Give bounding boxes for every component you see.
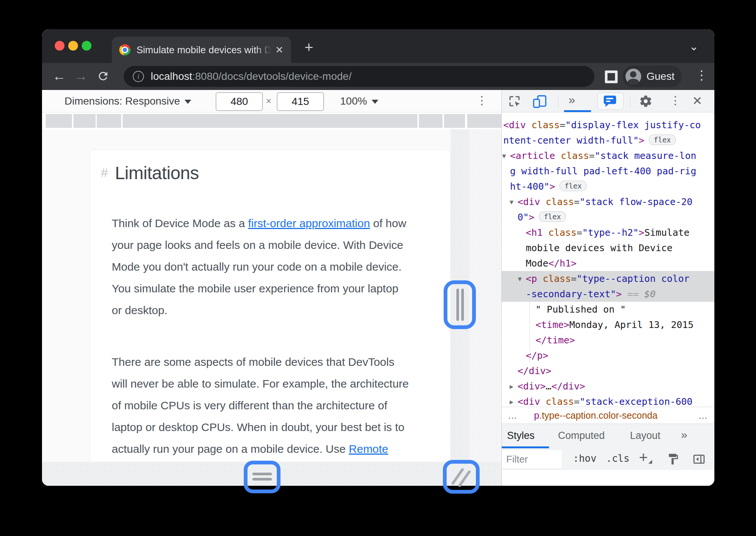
styles-filter-input[interactable] [502, 450, 562, 468]
expand-arrow-icon[interactable]: ▼ [502, 148, 506, 164]
code-token-text: Monday, April 13, 2015 [569, 319, 693, 330]
tree-node-line[interactable]: ntent-center width-full">flex [502, 133, 714, 148]
tree-node-line[interactable]: </p> [502, 348, 714, 363]
corner-resize-handle[interactable] [443, 460, 480, 494]
tree-node-line[interactable]: </div> [502, 363, 714, 379]
tree-node-line[interactable]: mobile devices with Device [502, 240, 714, 256]
tree-node-line[interactable]: <h1 class="type--h2">Simulate [502, 225, 714, 240]
back-icon[interactable]: ← [52, 68, 66, 84]
site-info-icon[interactable]: i [133, 71, 144, 82]
ruler-segment[interactable] [97, 114, 121, 128]
ruler-segment[interactable] [46, 114, 72, 128]
code-token-attr: class [548, 227, 576, 238]
tree-node-line[interactable]: " Published on " [502, 302, 714, 317]
tree-node-line[interactable]: ht-400">flex [502, 179, 714, 194]
dimensions-dropdown[interactable]: Dimensions: Responsive [64, 95, 191, 107]
tab-styles[interactable]: Styles [507, 430, 535, 442]
viewport-height-input[interactable] [277, 92, 324, 111]
zoom-dropdown[interactable]: 100% [340, 95, 378, 107]
text-link[interactable]: Remote [349, 443, 388, 455]
inspect-element-icon[interactable] [508, 94, 521, 109]
tree-node-line[interactable]: <time>Monday, April 13, 2015 [502, 317, 714, 332]
text-run: Think of Device Mode as a [112, 217, 248, 229]
address-bar[interactable]: i localhost:8080/docs/devtools/device-mo… [124, 66, 594, 87]
code-token-val: "display-flex justify-co [566, 120, 701, 130]
tree-node-line[interactable]: -secondary-text"> == $0 [502, 286, 714, 302]
expand-arrow-icon[interactable]: ▼ [510, 195, 513, 210]
device-toolbar-toggle-icon[interactable] [532, 94, 548, 110]
browser-menu-icon[interactable]: ⋮ [695, 67, 708, 82]
more-tabs-icon[interactable]: » [568, 93, 575, 107]
heading-anchor-hash[interactable]: # [101, 165, 108, 180]
breadcrumb-more-left-icon[interactable]: … [508, 407, 518, 424]
tree-node-line[interactable]: </time> [502, 332, 714, 348]
ruler-segment[interactable] [419, 114, 442, 128]
collapse-arrow-icon[interactable]: ▶ [510, 394, 513, 407]
text-line: of mobile CPUs is very different than th… [112, 395, 450, 416]
tree-node-line[interactable]: 0">flex [502, 210, 714, 225]
tree-node-line[interactable]: <div class="display-flex justify-co [502, 117, 714, 133]
code-token-plain [540, 196, 546, 207]
ruler-segment[interactable] [74, 114, 96, 128]
tree-node-line[interactable]: g width-full pad-left-400 pad-rig [502, 163, 714, 179]
drag-grip-icon [252, 473, 272, 475]
ruler-segment[interactable] [444, 114, 465, 128]
paragraph: There are some aspects of mobile devices… [112, 351, 450, 462]
right-resize-handle[interactable] [444, 280, 476, 329]
drag-grip-icon [461, 289, 464, 321]
device-toolbar-menu-icon[interactable]: ⋮ [476, 94, 488, 107]
collapse-arrow-icon[interactable]: ▶ [510, 379, 513, 394]
window-minimize-button[interactable] [68, 41, 78, 51]
chevron-down-icon[interactable]: ⌄ [689, 40, 699, 53]
dock-sidebar-icon[interactable] [692, 453, 706, 467]
code-token-badge: flex [649, 135, 676, 145]
reload-icon[interactable] [97, 70, 110, 86]
browser-tab[interactable]: Simulate mobile devices with D ✕ [112, 37, 291, 63]
settings-gear-icon[interactable] [639, 94, 652, 109]
devtools-close-icon[interactable]: ✕ [692, 94, 702, 108]
expand-arrow-icon[interactable]: ▼ [518, 271, 522, 287]
ruler-segment[interactable] [123, 114, 417, 128]
tree-node-line[interactable]: y justify [502, 112, 714, 117]
bottom-resize-handle[interactable] [244, 461, 280, 493]
text-link[interactable]: first-order approximation [248, 217, 370, 229]
side-panel-icon[interactable] [605, 70, 618, 83]
tab-layout[interactable]: Layout [630, 430, 660, 442]
feedback-icon[interactable] [597, 93, 624, 110]
tree-node-line[interactable]: ▼<article class="stack measure-lon [502, 148, 714, 163]
ruler-segment[interactable] [467, 114, 501, 128]
titlebar: Simulate mobile devices with D ✕ + ⌄ [42, 29, 714, 63]
tree-node-line[interactable]: ▼<div class="stack flow-space-20 [502, 194, 714, 210]
window-fullscreen-button[interactable] [82, 41, 92, 51]
new-tab-button[interactable]: + [304, 39, 313, 56]
paint-format-icon[interactable] [667, 453, 680, 467]
tree-node-line[interactable]: ▼<p class="type--caption color [502, 271, 714, 286]
toolbar-divider [630, 95, 630, 107]
sidebar-more-tabs-icon[interactable]: » [681, 428, 687, 441]
tree-node-line[interactable]: ▶<div>…</div> [502, 379, 714, 394]
breadcrumb-more-right-icon[interactable]: … [698, 407, 708, 424]
tab-computed[interactable]: Computed [558, 430, 605, 442]
code-token-tag: <div [518, 381, 540, 392]
toggle-element-classes[interactable]: .cls [606, 453, 630, 464]
article-heading-row: # Limitations [101, 163, 450, 183]
profile-button[interactable]: Guest [622, 66, 682, 87]
forward-icon[interactable]: → [74, 68, 88, 84]
close-tab-icon[interactable]: ✕ [275, 44, 284, 56]
tree-node-line[interactable]: ▶<div class="stack-exception-600 [502, 394, 714, 407]
toggle-hover-state[interactable]: :hov [573, 453, 597, 464]
devtools-toolbar: » ⋮ ✕ [502, 90, 714, 112]
viewport-width-input[interactable] [216, 92, 263, 111]
new-style-rule-icon[interactable]: + [639, 449, 648, 466]
devtools-menu-icon[interactable]: ⋮ [670, 94, 681, 107]
window-close-button[interactable] [55, 41, 64, 51]
device-viewport: # Limitations Think of Device Mode as a … [42, 129, 451, 462]
tree-node-line[interactable]: Mode</h1> [502, 256, 714, 271]
sidebar-tabs: Styles Computed Layout » [502, 424, 714, 448]
breadcrumb-selected-node[interactable]: p.type--caption.color-seconda [534, 407, 657, 424]
drag-grip-icon [456, 289, 459, 321]
code-token-val: "stack flow-space-20 [580, 196, 693, 207]
code-token-tag: <div [503, 120, 526, 130]
code-token-val: "stack-exception-600 [580, 396, 693, 407]
code-token-plain: = [589, 150, 595, 161]
